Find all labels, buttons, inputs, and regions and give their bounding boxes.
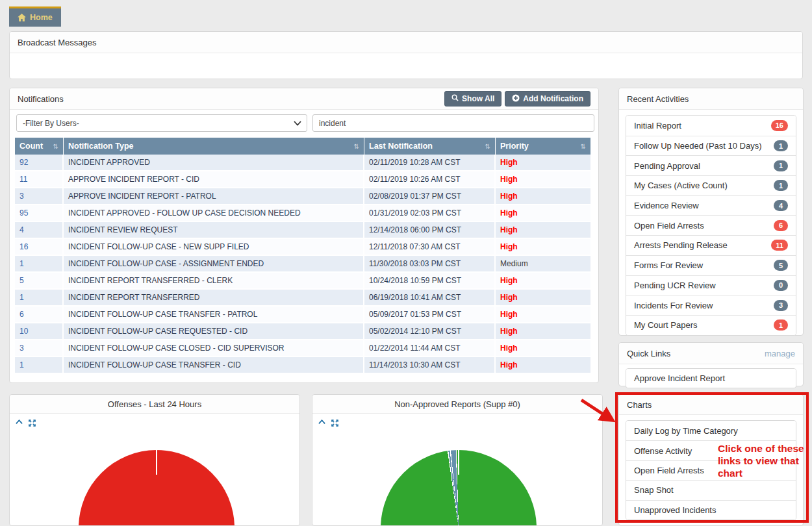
- cell-notification-type: INCIDENT FOLLOW-UP CASE - NEW SUPP FILED: [64, 239, 364, 256]
- manage-link[interactable]: manage: [765, 349, 795, 358]
- table-row: 6INCIDENT FOLLOW-UP CASE TRANSFER - PATR…: [15, 307, 590, 323]
- column-header-last-notification[interactable]: Last Notification⇅: [364, 138, 496, 155]
- sort-arrows-icon: ⇅: [53, 143, 58, 150]
- recent-activity-item[interactable]: Forms For Review5: [626, 255, 796, 275]
- table-row: 11APPROVE INCIDENT REPORT - CID02/11/201…: [15, 171, 590, 188]
- cell-priority: High: [496, 205, 590, 222]
- recent-activity-label: Open Field Arrests: [634, 221, 704, 231]
- offenses-pie-chart[interactable]: [79, 450, 235, 526]
- quick-links-list: Approve Incident Report: [626, 368, 796, 388]
- chart-link-item[interactable]: Snap Shot: [626, 480, 796, 499]
- recent-activities-list: Initial Report16Follow Up Needed (Past 1…: [626, 115, 796, 336]
- sort-arrows-icon: ⇅: [581, 143, 586, 150]
- cell-priority: High: [496, 171, 590, 188]
- cell-count: 1: [15, 256, 64, 273]
- tab-home-label: Home: [30, 13, 53, 22]
- cell-notification-type: INCIDENT FOLLOW-UP CASE - ASSIGNMENT END…: [64, 256, 364, 273]
- chart-link-item[interactable]: Daily Log by Time Category: [626, 421, 796, 440]
- column-header-notification-type[interactable]: Notification Type⇅: [64, 138, 364, 155]
- add-notification-button[interactable]: Add Notification: [505, 91, 590, 106]
- chart-link-item[interactable]: Offense Activity: [626, 440, 796, 460]
- recent-activity-label: Arrests Pending Release: [634, 240, 728, 250]
- recent-activity-item[interactable]: Pending UCR Review0: [626, 275, 796, 295]
- show-all-button[interactable]: Show All: [444, 91, 501, 106]
- cell-last-notification: 10/24/2018 10:59 PM CST: [364, 273, 496, 290]
- cell-notification-type: APPROVE INCIDENT REPORT - CID: [64, 171, 364, 188]
- count-link[interactable]: 11: [19, 175, 27, 184]
- count-link[interactable]: 4: [19, 225, 24, 234]
- priority-value: High: [500, 208, 518, 218]
- recent-activity-item[interactable]: Arrests Pending Release11: [626, 235, 796, 255]
- cell-last-notification: 01/22/2014 11:44 AM CST: [364, 340, 496, 357]
- count-link[interactable]: 1: [19, 293, 24, 302]
- recent-activity-item[interactable]: My Court Papers1: [626, 315, 796, 335]
- quick-link-item[interactable]: Approve Incident Report: [626, 369, 796, 388]
- cell-priority: High: [496, 155, 590, 171]
- cell-priority: High: [496, 239, 590, 256]
- recent-activity-label: Pending Approval: [634, 161, 700, 171]
- chevron-up-icon[interactable]: [16, 420, 23, 427]
- cell-priority: High: [496, 188, 590, 205]
- priority-value: High: [500, 158, 518, 167]
- table-row: 3APPROVE INCIDENT REPORT - PATROL02/08/2…: [15, 188, 590, 205]
- expand-arrows-icon[interactable]: [331, 420, 338, 427]
- count-badge: 3: [774, 300, 788, 311]
- cell-count: 1: [15, 290, 64, 307]
- priority-value: High: [500, 276, 518, 285]
- recent-activity-label: Incidents For Review: [634, 301, 713, 310]
- cell-last-notification: 02/08/2019 01:37 PM CST: [364, 188, 496, 205]
- chevron-up-icon[interactable]: [318, 420, 325, 427]
- count-badge: 1: [774, 319, 788, 331]
- cell-priority: High: [496, 357, 590, 374]
- expand-arrows-icon[interactable]: [29, 420, 36, 427]
- notifications-search-input[interactable]: [312, 114, 594, 132]
- cell-priority: High: [496, 290, 590, 307]
- offenses-chart-body: [10, 414, 299, 526]
- recent-activity-item[interactable]: Open Field Arrests6: [626, 215, 796, 235]
- recent-activity-item[interactable]: Evidence Review4: [626, 195, 796, 216]
- non-approved-pie-chart[interactable]: [381, 450, 537, 526]
- recent-activity-item[interactable]: My Cases (Active Count)1: [626, 175, 796, 195]
- recent-activity-item[interactable]: Incidents For Review3: [626, 295, 796, 315]
- count-link[interactable]: 3: [19, 192, 24, 201]
- recent-activities-title: Recent Activities: [627, 94, 689, 104]
- recent-activity-item[interactable]: Initial Report16: [626, 116, 796, 136]
- cell-priority: Medium: [496, 256, 590, 273]
- cell-count: 5: [15, 273, 64, 290]
- cell-last-notification: 11/30/2018 03:03 PM CST: [364, 256, 496, 273]
- count-link[interactable]: 1: [19, 360, 24, 369]
- tab-home[interactable]: Home: [9, 6, 61, 27]
- recent-activity-label: My Court Papers: [634, 320, 698, 330]
- search-icon: [451, 94, 459, 103]
- column-header-priority[interactable]: Priority⇅: [496, 138, 590, 155]
- count-link[interactable]: 16: [19, 242, 28, 251]
- cell-count: 6: [15, 307, 64, 323]
- column-header-count[interactable]: Count⇅: [15, 138, 64, 155]
- charts-links-panel: Charts Daily Log by Time CategoryOffense…: [618, 394, 804, 526]
- count-link[interactable]: 1: [19, 259, 24, 268]
- count-link[interactable]: 10: [19, 327, 28, 336]
- column-header-label: Notification Type: [68, 142, 133, 151]
- recent-activities-panel: Recent Activities Initial Report16Follow…: [618, 88, 804, 336]
- count-link[interactable]: 6: [19, 310, 24, 319]
- cell-priority: High: [496, 222, 590, 239]
- recent-activity-item[interactable]: Follow Up Needed (Past 10 Days)1: [626, 136, 796, 156]
- cell-last-notification: 12/14/2018 06:00 PM CST: [364, 222, 496, 239]
- chart-link-item[interactable]: Unapproved Incidents: [626, 500, 796, 520]
- cell-last-notification: 12/11/2018 07:30 AM CST: [364, 239, 496, 256]
- column-header-label: Count: [19, 142, 43, 151]
- table-row: 92INCIDENT APPROVED02/11/2019 10:28 AM C…: [15, 155, 590, 171]
- chart-link-item[interactable]: Open Field Arrests: [626, 460, 796, 480]
- sort-arrows-icon: ⇅: [485, 143, 490, 150]
- plus-circle-icon: [512, 94, 520, 104]
- table-row: 10INCIDENT FOLLOW-UP CASE REQUESTED - CI…: [15, 323, 590, 340]
- count-link[interactable]: 3: [19, 344, 24, 353]
- recent-activity-item[interactable]: Pending Approval1: [626, 155, 796, 175]
- count-badge: 1: [774, 160, 788, 171]
- count-link[interactable]: 5: [19, 276, 24, 285]
- priority-value: High: [500, 175, 518, 184]
- count-link[interactable]: 92: [19, 158, 28, 167]
- table-row: 1INCIDENT FOLLOW-UP CASE TRANSFER - CID1…: [15, 357, 590, 374]
- count-link[interactable]: 95: [19, 208, 28, 218]
- filter-users-select[interactable]: -Filter By Users-: [16, 114, 307, 132]
